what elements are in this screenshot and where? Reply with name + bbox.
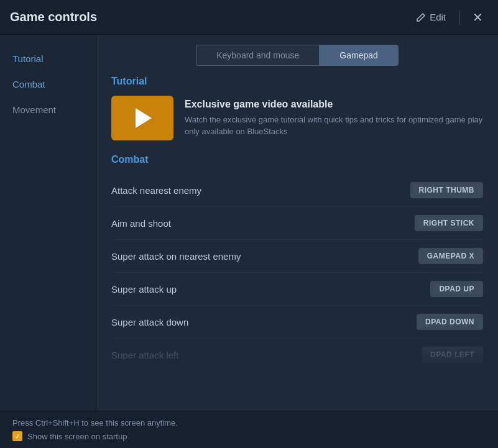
sidebar-item-tutorial[interactable]: Tutorial <box>0 47 96 70</box>
table-row: Super attack left DPAD LEFT <box>111 339 483 371</box>
video-thumbnail[interactable] <box>111 96 173 140</box>
control-name: Aim and shoot <box>111 218 171 229</box>
app-title: Game controls <box>10 10 97 24</box>
shortcut-hint: Press Ctrl+Shift+H to see this screen an… <box>12 418 178 427</box>
sidebar: Tutorial Combat Movement <box>0 35 96 411</box>
control-name: Attack nearest enemy <box>111 185 201 196</box>
sidebar-item-combat[interactable]: Combat <box>0 73 96 96</box>
table-row: Super attack up DPAD UP <box>111 273 483 306</box>
play-icon <box>136 108 152 128</box>
control-name: Super attack down <box>111 317 188 327</box>
tutorial-card: Exclusive game video available Watch the… <box>111 96 483 140</box>
table-row: Super attack on nearest enemy GAMEPAD X <box>111 240 483 273</box>
title-bar-controls: Edit ✕ <box>410 7 488 27</box>
tab-gamepad[interactable]: Gamepad <box>319 45 398 66</box>
bottom-bar: Press Ctrl+Shift+H to see this screen an… <box>0 411 498 448</box>
control-name: Super attack left <box>111 350 178 360</box>
combat-section-label: Combat <box>111 154 483 165</box>
startup-checkbox-label: Show this screen on startup <box>27 432 127 441</box>
startup-checkbox-area: ✓ Show this screen on startup <box>12 431 178 441</box>
bottom-bar-inner: Press Ctrl+Shift+H to see this screen an… <box>12 418 178 441</box>
tab-keyboard[interactable]: Keyboard and mouse <box>196 45 319 66</box>
table-row: Attack nearest enemy RIGHT THUMB <box>111 174 483 207</box>
startup-checkbox[interactable]: ✓ <box>12 431 22 441</box>
checkmark-icon: ✓ <box>15 433 21 440</box>
edit-button[interactable]: Edit <box>410 9 452 25</box>
close-button[interactable]: ✕ <box>468 7 488 27</box>
control-badge: GAMEPAD X <box>418 248 483 264</box>
table-row: Super attack down DPAD DOWN <box>111 306 483 339</box>
control-name: Super attack on nearest enemy <box>111 251 241 262</box>
control-badge: RIGHT STICK <box>415 215 483 231</box>
video-title: Exclusive game video available <box>185 99 483 110</box>
tutorial-text: Exclusive game video available Watch the… <box>185 99 483 138</box>
divider <box>459 10 460 25</box>
pencil-icon <box>416 12 426 22</box>
sidebar-item-movement[interactable]: Movement <box>0 98 96 121</box>
control-badge: DPAD LEFT <box>422 347 483 363</box>
control-badge: RIGHT THUMB <box>410 182 484 198</box>
content-area: Keyboard and mouse Gamepad Tutorial Excl… <box>96 35 498 411</box>
control-name: Super attack up <box>111 284 177 295</box>
tab-bar: Keyboard and mouse Gamepad <box>96 35 498 73</box>
scroll-area[interactable]: Tutorial Exclusive game video available … <box>96 73 498 411</box>
title-bar: Game controls Edit ✕ <box>0 0 498 35</box>
video-desc: Watch the exclusive game tutorial with q… <box>185 114 483 138</box>
tutorial-section-label: Tutorial <box>111 76 483 87</box>
main-layout: Tutorial Combat Movement Keyboard and mo… <box>0 35 498 411</box>
table-row: Aim and shoot RIGHT STICK <box>111 207 483 240</box>
control-badge: DPAD DOWN <box>417 314 483 330</box>
control-badge: DPAD UP <box>430 281 483 297</box>
